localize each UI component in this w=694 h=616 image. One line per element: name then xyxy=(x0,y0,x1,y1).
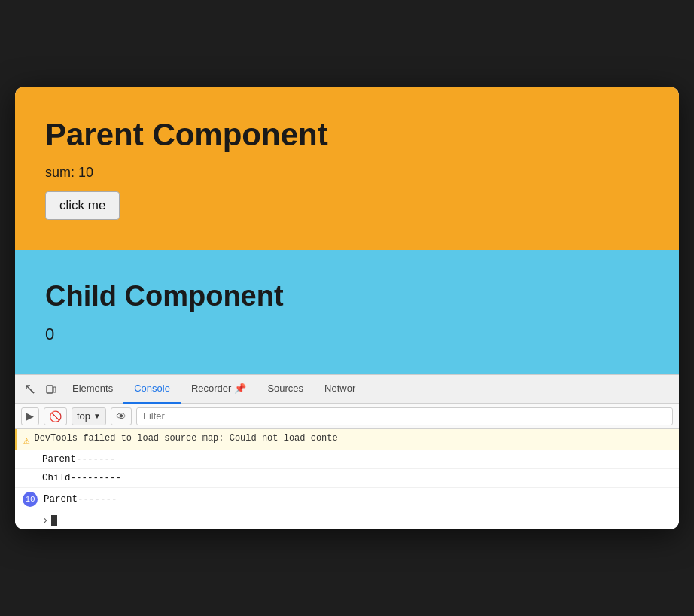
click-me-button[interactable]: click me xyxy=(45,191,120,220)
dropdown-arrow-icon: ▼ xyxy=(93,412,101,420)
app-area: Parent Component sum: 10 click me Child … xyxy=(15,87,679,374)
block-icon-btn[interactable]: 🚫 xyxy=(44,407,67,425)
eye-icon-btn[interactable]: 👁 xyxy=(111,407,132,425)
console-log-text-child: Child--------- xyxy=(42,473,121,483)
svg-rect-1 xyxy=(53,387,56,392)
tab-sources[interactable]: Sources xyxy=(257,375,314,404)
console-log-row: Parent------- xyxy=(15,450,679,469)
play-icon: ▶ xyxy=(26,410,34,422)
console-warning-text: DevTools failed to load source map: Coul… xyxy=(34,433,337,444)
cursor-caret-icon: › xyxy=(42,514,48,526)
console-output: ⚠ DevTools failed to load source map: Co… xyxy=(15,429,679,529)
tab-elements[interactable]: Elements xyxy=(62,375,123,404)
devtools-toolbar: ▶ 🚫 top ▼ 👁 xyxy=(15,404,679,429)
console-log-text-parent2: Parent------- xyxy=(44,494,117,505)
child-value: 0 xyxy=(45,325,649,344)
console-cursor-row[interactable]: › xyxy=(15,511,679,529)
devtools-panel: Elements Console Recorder 📌 Sources Netw… xyxy=(15,374,679,529)
parent-section: Parent Component sum: 10 click me xyxy=(15,87,679,250)
device-toolbar-icon-btn[interactable] xyxy=(41,380,62,398)
context-dropdown[interactable]: top ▼ xyxy=(72,407,106,425)
eye-icon: 👁 xyxy=(116,410,126,422)
clear-console-button[interactable]: ▶ xyxy=(21,407,39,425)
block-icon: 🚫 xyxy=(49,410,62,422)
log-count-badge: 10 xyxy=(23,492,38,507)
warning-icon: ⚠ xyxy=(23,434,29,447)
sum-text: sum: 10 xyxy=(45,165,649,181)
console-log-text-parent1: Parent------- xyxy=(42,454,116,465)
console-log-row: Child--------- xyxy=(15,469,679,488)
cursor-blink xyxy=(51,515,57,526)
tab-recorder[interactable]: Recorder 📌 xyxy=(181,375,257,404)
context-dropdown-label: top xyxy=(77,410,90,422)
tab-network[interactable]: Networ xyxy=(314,375,366,404)
console-log-numbered-row: 10 Parent------- xyxy=(15,488,679,511)
browser-window: Parent Component sum: 10 click me Child … xyxy=(15,87,679,529)
console-warning-row: ⚠ DevTools failed to load source map: Co… xyxy=(15,429,679,450)
child-section: Child Component 0 xyxy=(15,250,679,374)
parent-title: Parent Component xyxy=(45,117,649,153)
console-filter-input[interactable] xyxy=(136,407,673,425)
inspect-element-icon-btn[interactable] xyxy=(20,380,41,398)
child-title: Child Component xyxy=(45,280,649,313)
tab-console[interactable]: Console xyxy=(123,375,181,404)
recorder-pin-icon: 📌 xyxy=(234,383,246,394)
svg-rect-0 xyxy=(47,386,53,393)
devtools-tabs-bar: Elements Console Recorder 📌 Sources Netw… xyxy=(15,375,679,404)
